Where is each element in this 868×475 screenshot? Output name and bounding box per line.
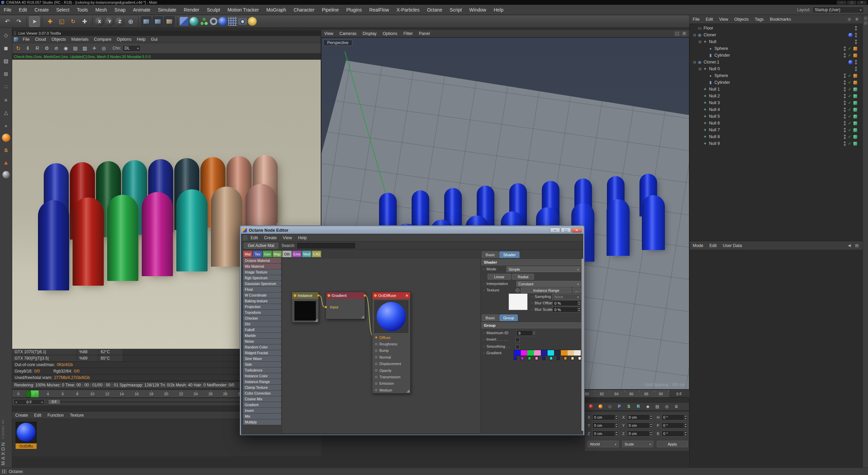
texture-type-button[interactable]: Instance Range <box>521 287 572 293</box>
menu-item[interactable]: Bookmarks <box>767 17 794 22</box>
node-type-item[interactable]: Transform <box>243 310 281 315</box>
tag-icon[interactable] <box>853 121 857 125</box>
stepper[interactable] <box>615 431 618 436</box>
menu-item[interactable]: Display <box>360 31 380 36</box>
node-type-item[interactable]: Rgb Spectrum <box>243 275 281 281</box>
visibility-dots[interactable] <box>844 73 846 78</box>
live-selection-icon[interactable]: ➤ <box>29 16 40 27</box>
search-icon[interactable]: ◎ <box>846 17 852 22</box>
record-keyframe-icon[interactable] <box>587 403 595 410</box>
node-type-item[interactable]: Multiply <box>243 419 281 425</box>
material-name[interactable]: OctDiffu <box>16 443 37 449</box>
scale-tool-icon[interactable]: ◱ <box>56 16 67 27</box>
gradient-stop-knob[interactable] <box>578 357 581 360</box>
node-editor-titlebar[interactable]: Octane Node Editor – ▢ ✕ <box>241 227 583 234</box>
gradient-stop-knob[interactable] <box>571 357 574 360</box>
material-thumbnail[interactable] <box>16 422 37 443</box>
menu-item[interactable]: Create <box>261 235 280 240</box>
visibility-dots[interactable] <box>844 80 846 85</box>
stepper[interactable] <box>615 423 618 428</box>
object-row[interactable]: Null 2 ✓ <box>690 93 863 99</box>
gradient-stop-knob[interactable] <box>564 357 567 360</box>
texture-preview-swatch[interactable] <box>509 293 528 310</box>
enabled-check-icon[interactable]: ✓ <box>848 87 851 92</box>
gradient-stop-knob[interactable] <box>528 357 531 360</box>
add-light-button[interactable] <box>248 17 257 26</box>
node-type-item[interactable]: Checker <box>243 316 281 321</box>
node-graph-canvas[interactable]: Instance Gradient Input <box>282 258 480 434</box>
texture-mode-icon[interactable]: ▨ <box>1 56 11 66</box>
node-port[interactable]: Emission <box>372 380 410 387</box>
tag-icon[interactable] <box>853 81 857 84</box>
menu-item[interactable]: Help <box>295 235 310 240</box>
render-view-button[interactable] <box>141 16 152 27</box>
tag-icon[interactable] <box>853 128 857 132</box>
tab-basic[interactable]: Basic <box>482 251 499 258</box>
history-icon[interactable]: ▤ <box>854 243 860 248</box>
node-port[interactable]: Medium <box>372 387 410 393</box>
visibility-dots[interactable] <box>855 59 857 65</box>
object-row[interactable]: Null 6 ✓ <box>690 120 863 127</box>
gradient-segment[interactable] <box>568 350 574 356</box>
node-port[interactable]: Diffuse <box>372 334 410 341</box>
object-row[interactable]: Cloner.1 ✓ <box>690 59 863 65</box>
end-frame-field[interactable]: 0 F <box>670 391 689 397</box>
minimize-button[interactable]: – <box>550 228 560 233</box>
node-type-item[interactable]: Instance Range <box>243 379 281 384</box>
save-image-icon[interactable]: ▨ <box>81 44 89 52</box>
object-row[interactable]: Null 3 ✓ <box>690 99 863 106</box>
menu-item[interactable]: Filter <box>400 31 416 36</box>
category-tab[interactable]: C4D <box>312 251 321 257</box>
texture-node-button[interactable] <box>515 288 520 292</box>
enabled-check-icon[interactable]: ✓ <box>848 53 851 58</box>
mograph-cloner-button[interactable] <box>199 17 209 26</box>
coordinate-input[interactable]: 0 ° <box>662 422 687 429</box>
node-type-item[interactable]: Clamp Texture <box>243 385 281 390</box>
object-row[interactable]: Cylinder ✓ <box>690 52 863 59</box>
input-port[interactable] <box>324 306 327 308</box>
coordinate-input[interactable]: 0 ° <box>662 431 687 437</box>
menu-item[interactable]: Mesh <box>92 5 111 15</box>
maximum-id-input[interactable]: 9 <box>516 330 536 336</box>
redo-icon[interactable]: ↷ <box>14 16 24 27</box>
polygons-mode-icon[interactable]: △ <box>1 108 11 117</box>
layers-icon[interactable]: ≣ <box>672 403 680 410</box>
menu-item[interactable]: Function <box>44 413 67 418</box>
lock-y-axis-button[interactable]: Y <box>105 17 114 26</box>
resize-grip[interactable] <box>407 390 410 393</box>
coordinate-input[interactable]: 0 cm <box>592 414 618 420</box>
maximize-button[interactable]: ▢ <box>561 228 571 233</box>
visibility-dots[interactable] <box>855 25 857 31</box>
visibility-dots[interactable] <box>844 46 846 51</box>
menu-item[interactable]: Objects <box>49 37 68 42</box>
menu-item[interactable]: Simulate <box>154 5 180 15</box>
stepper[interactable] <box>649 415 652 420</box>
live-viewer-title[interactable]: Live Viewer 3.07.0 Test8a <box>12 31 321 36</box>
sampling-select[interactable]: None <box>552 294 581 300</box>
stepper[interactable] <box>649 423 652 428</box>
add-cube-button[interactable] <box>180 17 189 26</box>
node-port[interactable]: Bump <box>372 347 410 354</box>
menu-item[interactable]: Create <box>31 5 53 15</box>
current-frame-spinner[interactable]: ◂ 0 F ▸ <box>14 399 45 405</box>
node-type-item[interactable]: Invert <box>243 408 281 413</box>
record-rotation-icon[interactable]: R <box>634 403 643 410</box>
menu-item[interactable]: Script <box>446 5 466 15</box>
tag-icon[interactable] <box>853 54 857 57</box>
gradient-segment[interactable] <box>534 350 541 356</box>
frame-increment-icon[interactable]: ▸ <box>41 400 43 404</box>
toolbar-icon[interactable] <box>177 17 177 26</box>
menu-item[interactable]: File <box>0 5 15 15</box>
enabled-check-icon[interactable]: ✓ <box>848 114 851 119</box>
node-type-item[interactable]: Side <box>243 362 281 367</box>
enable-axis-icon[interactable]: + <box>1 121 11 130</box>
enabled-check-icon[interactable]: ✓ <box>848 73 851 78</box>
filter-icon[interactable]: ≣ <box>854 17 860 22</box>
timeline-slider-handle[interactable]: 0 F <box>48 399 60 404</box>
back-arrow-icon[interactable]: ◀ <box>846 243 852 248</box>
port-dot[interactable] <box>375 343 377 345</box>
port-dot[interactable] <box>375 356 377 358</box>
record-scale-icon[interactable]: S <box>625 403 633 410</box>
coordinate-input[interactable]: 0 ° <box>662 414 687 420</box>
resize-grip[interactable] <box>315 319 318 322</box>
